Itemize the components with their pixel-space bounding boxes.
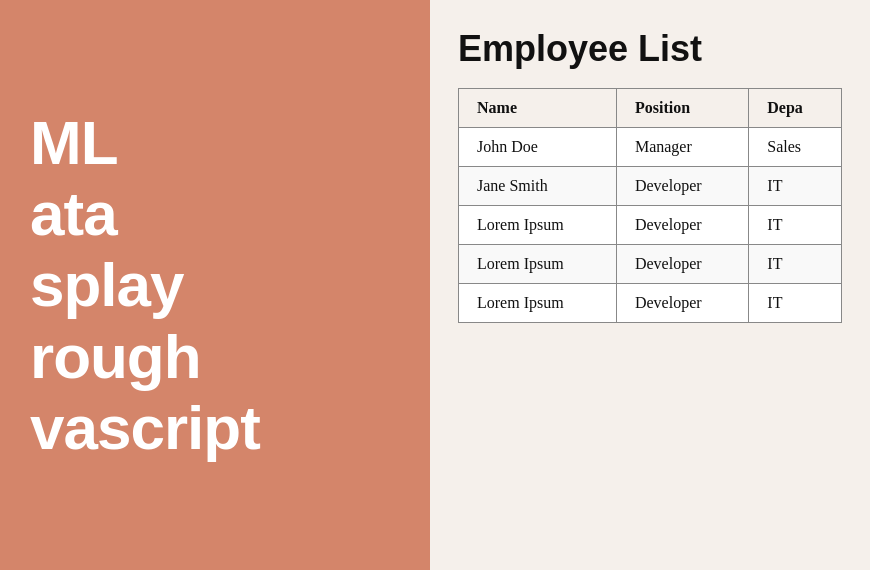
cell-position: Developer [616,167,748,206]
cell-position: Developer [616,284,748,323]
cell-name: Lorem Ipsum [459,206,617,245]
cell-name: Jane Smith [459,167,617,206]
cell-department: IT [749,245,842,284]
employee-table: Name Position Depa John DoeManagerSalesJ… [458,88,842,323]
cell-position: Manager [616,128,748,167]
col-header-name: Name [459,89,617,128]
section-title: Employee List [458,28,842,70]
cell-name: Lorem Ipsum [459,284,617,323]
right-panel: Employee List Name Position Depa John Do… [430,0,870,570]
cell-department: IT [749,284,842,323]
col-header-department: Depa [749,89,842,128]
table-row: Jane SmithDeveloperIT [459,167,842,206]
left-panel: MLatasplayroughvascript [0,0,430,570]
cell-department: IT [749,167,842,206]
cell-position: Developer [616,245,748,284]
col-header-position: Position [616,89,748,128]
cell-position: Developer [616,206,748,245]
table-row: John DoeManagerSales [459,128,842,167]
cell-name: John Doe [459,128,617,167]
cell-name: Lorem Ipsum [459,245,617,284]
table-header-row: Name Position Depa [459,89,842,128]
left-title: MLatasplayroughvascript [30,107,260,463]
table-row: Lorem IpsumDeveloperIT [459,284,842,323]
table-row: Lorem IpsumDeveloperIT [459,206,842,245]
table-row: Lorem IpsumDeveloperIT [459,245,842,284]
cell-department: IT [749,206,842,245]
cell-department: Sales [749,128,842,167]
